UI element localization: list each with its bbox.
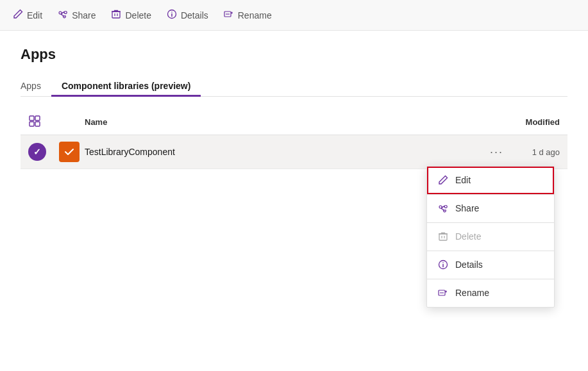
toolbar-share[interactable]: Share	[58, 9, 96, 21]
check-circle-icon	[28, 143, 46, 161]
table-header: Name Modified	[21, 110, 567, 135]
info-icon	[167, 9, 177, 21]
menu-details-label: Details	[455, 260, 483, 270]
toolbar-edit-label: Edit	[27, 10, 42, 21]
toolbar-details[interactable]: Details	[167, 9, 208, 21]
menu-item-share[interactable]: Share	[427, 195, 554, 222]
menu-trash-icon	[437, 231, 449, 242]
row-more-options[interactable]: ···	[485, 145, 508, 159]
menu-pencil-icon	[437, 174, 449, 186]
toolbar-share-label: Share	[72, 10, 96, 21]
menu-rename-icon	[437, 287, 449, 299]
menu-item-details[interactable]: Details	[427, 251, 554, 279]
svg-point-17	[442, 262, 444, 263]
toolbar-rename-label: Rename	[238, 10, 272, 21]
row-app-icon	[59, 142, 85, 162]
svg-rect-10	[29, 122, 34, 126]
menu-item-edit[interactable]: Edit	[427, 167, 554, 194]
svg-point-5	[171, 12, 172, 13]
tab-apps[interactable]: Apps	[21, 76, 51, 96]
table-row[interactable]: TestLibraryComponent ··· 1 d ago Edit	[21, 135, 567, 169]
main-content: Apps Apps Component libraries (preview) …	[0, 31, 588, 185]
menu-share-label: Share	[455, 203, 479, 213]
svg-rect-9	[35, 116, 40, 120]
menu-edit-label: Edit	[455, 175, 471, 185]
toolbar-delete[interactable]: Delete	[111, 9, 151, 21]
menu-rename-label: Rename	[455, 288, 489, 298]
svg-rect-0	[112, 12, 120, 18]
header-check	[28, 115, 59, 129]
row-checkbox[interactable]	[28, 143, 59, 161]
context-menu: Edit Share	[426, 166, 555, 308]
header-modified: Modified	[457, 117, 560, 127]
menu-item-delete[interactable]: Delete	[427, 223, 554, 251]
svg-rect-11	[35, 122, 40, 126]
toolbar: Edit Share Delete Details	[0, 0, 588, 31]
menu-info-icon	[437, 259, 449, 270]
menu-share-icon	[437, 202, 449, 214]
toolbar-delete-label: Delete	[125, 10, 151, 21]
menu-item-rename[interactable]: Rename	[427, 279, 554, 307]
toolbar-details-label: Details	[181, 10, 208, 21]
toolbar-rename[interactable]: Rename	[224, 9, 272, 21]
tabs: Apps Component libraries (preview)	[21, 76, 567, 97]
rename-icon	[224, 9, 234, 21]
row-modified: 1 d ago	[508, 147, 560, 157]
svg-rect-8	[29, 116, 34, 120]
svg-rect-12	[439, 234, 447, 240]
share-icon	[58, 9, 68, 21]
pencil-icon	[13, 9, 23, 21]
header-name: Name	[85, 117, 457, 127]
row-name: TestLibraryComponent	[85, 147, 485, 157]
toolbar-edit[interactable]: Edit	[13, 9, 42, 21]
tab-component-libraries[interactable]: Component libraries (preview)	[51, 76, 201, 96]
trash-icon	[111, 9, 121, 21]
menu-delete-label: Delete	[455, 231, 481, 242]
page-title: Apps	[21, 46, 567, 63]
